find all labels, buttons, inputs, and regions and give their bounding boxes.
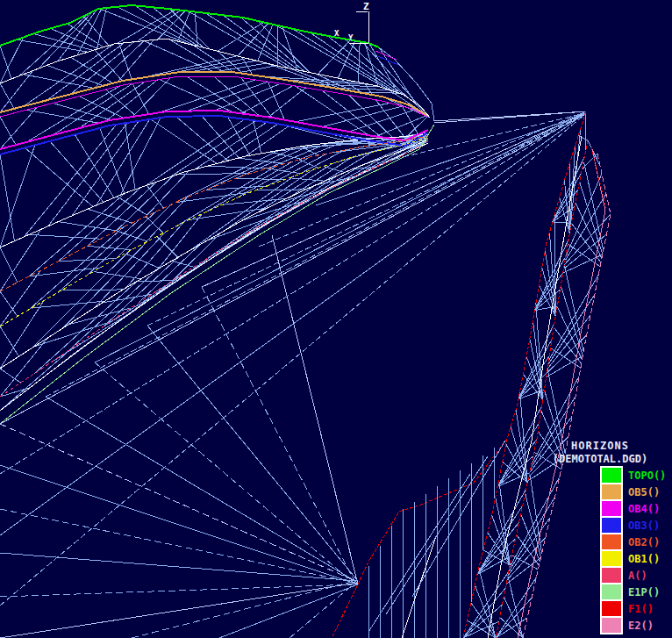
legend-swatch-9[interactable] <box>602 618 621 633</box>
legend-item-label-8[interactable]: F1() <box>628 601 666 618</box>
legend-label-column: TOPO()OB5()OB4()OB3()OB2()OB1()A()E1P()F… <box>628 468 666 634</box>
legend-swatch-8[interactable] <box>602 601 621 616</box>
wireframe-canvas[interactable] <box>0 0 672 638</box>
legend-item-label-1[interactable]: OB5() <box>628 484 666 501</box>
legend-swatch-3[interactable] <box>602 518 621 533</box>
legend-item-label-9[interactable]: E2() <box>628 618 666 634</box>
legend-swatch-6[interactable] <box>602 568 621 583</box>
legend-swatch-strip <box>600 466 623 634</box>
legend-swatch-2[interactable] <box>602 501 621 516</box>
legend-swatch-1[interactable] <box>602 484 621 499</box>
legend-swatch-7[interactable] <box>602 584 621 599</box>
legend-subtitle: (DEMOTOTAL.DGD) <box>530 453 670 465</box>
legend-item-label-5[interactable]: OB1() <box>628 551 666 568</box>
legend-item-label-0[interactable]: TOPO() <box>628 468 666 484</box>
legend-swatch-0[interactable] <box>602 468 621 483</box>
legend-item-label-3[interactable]: OB3() <box>628 518 666 534</box>
legend-item-label-7[interactable]: E1P() <box>628 584 666 601</box>
y-axis-label: Y <box>348 34 353 42</box>
legend-swatch-4[interactable] <box>602 534 621 549</box>
x-axis-label: X <box>334 30 339 38</box>
legend-swatch-5[interactable] <box>602 551 621 566</box>
horizons-legend: HORIZONS (DEMOTOTAL.DGD) TOPO()OB5()OB4(… <box>530 440 672 465</box>
legend-item-label-2[interactable]: OB4() <box>628 501 666 518</box>
viewport-window: Z X Y HORIZONS (DEMOTOTAL.DGD) TOPO()OB5… <box>0 0 672 638</box>
legend-item-label-4[interactable]: OB2() <box>628 534 666 551</box>
legend-title: HORIZONS <box>530 440 670 452</box>
z-axis-label: Z <box>363 2 369 11</box>
legend-item-label-6[interactable]: A() <box>628 568 666 584</box>
